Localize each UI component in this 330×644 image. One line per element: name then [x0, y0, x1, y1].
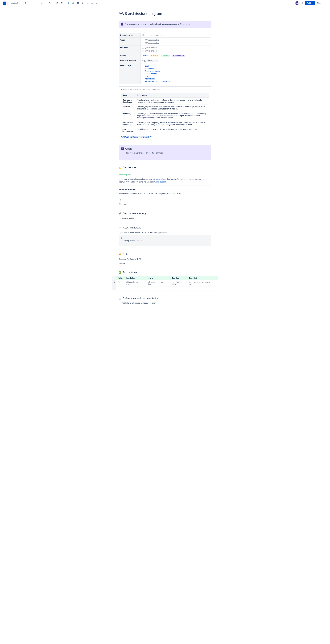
chevron-down-icon: ▾ — [121, 88, 122, 91]
task-checkbox[interactable] — [118, 281, 120, 283]
info-icon: i — [121, 23, 123, 26]
toc-link[interactable]: Deployment strategy — [145, 70, 161, 72]
toc-link[interactable]: Action Items — [145, 78, 155, 80]
insert-button[interactable]: + — [99, 1, 104, 5]
status-approved[interactable]: APPROVED — [161, 54, 170, 57]
action-item-button[interactable]: ☑ — [67, 1, 71, 5]
page-content: AWS architecture diagram i This template… — [116, 6, 214, 324]
toc-link[interactable]: Architecture — [145, 68, 154, 70]
publish-button[interactable]: Publish — [305, 1, 315, 5]
metadata-table: Diagram owner @ mention the owner here T… — [119, 33, 211, 84]
page-title[interactable]: AWS architecture diagram — [119, 12, 211, 16]
meta-label: Team — [119, 38, 141, 46]
goal-item[interactable]: List your goals for these architecture c… — [126, 152, 209, 154]
meta-label: Last date updated — [119, 58, 141, 63]
team-placeholder[interactable]: @ Team member — [145, 42, 159, 44]
italic-button[interactable]: I — [28, 1, 32, 5]
request-changes-button[interactable]: ↺ — [300, 1, 304, 5]
expand-toggle[interactable]: ▾ Pillars of the AWS Well-Architected Fr… — [121, 88, 209, 91]
text-color-button[interactable]: A — [47, 1, 53, 5]
info-text: This template is brought to you by Lucid… — [125, 23, 190, 26]
owner-placeholder[interactable]: @ mention the owner here — [142, 34, 163, 36]
ref-item-empty[interactable] — [122, 305, 211, 307]
table-row[interactable]: 2 — [112, 286, 218, 290]
other-notes[interactable]: Other notes: — [119, 203, 211, 206]
check-icon: ✅ — [119, 271, 121, 274]
flow-heading: Architecture flow — [119, 188, 211, 191]
checkbox[interactable] — [142, 42, 144, 44]
status-draft[interactable]: DRAFT — [142, 54, 148, 57]
sla-section: 🤝SLA Requests Per Second (RPS): Latency: — [119, 253, 211, 264]
bullet-list-button[interactable]: ⁝☰ — [55, 1, 59, 5]
expand-macro: ▾ Pillars of the AWS Well-Architected Fr… — [119, 86, 211, 140]
arch-description[interactable]: Install your favorite diagramming app fr… — [119, 178, 211, 183]
align-button[interactable]: ≡ — [40, 1, 45, 5]
status-production[interactable]: IN PRODUCTION — [172, 54, 185, 57]
info-icon: i — [121, 148, 124, 150]
table-of-contents: Goals Architecture Deployment strategy R… — [142, 65, 210, 82]
goal-item-empty[interactable] — [126, 155, 209, 157]
close-button[interactable]: Close — [316, 1, 322, 5]
status-in-review[interactable]: IN REVIEW — [150, 54, 159, 57]
heading-select[interactable]: Heading 2▾ — [9, 2, 21, 5]
toc-link[interactable]: Goals — [145, 65, 150, 67]
toc-link[interactable]: References and documentation — [145, 80, 170, 82]
checkbox[interactable] — [142, 50, 144, 52]
tabs-icon: 📑 — [119, 297, 121, 300]
more-actions-button[interactable]: ⋯ — [323, 1, 327, 5]
flow-step[interactable] — [122, 196, 211, 198]
toc-link[interactable]: Rest API details — [145, 73, 158, 75]
confluence-logo[interactable] — [3, 2, 6, 5]
handshake-icon: 🤝 — [119, 253, 121, 256]
pdf-link[interactable]: AWS Well Architected Framework PDF — [121, 136, 152, 138]
meta-label: Status — [119, 53, 141, 58]
checkbox[interactable] — [142, 39, 144, 41]
invite-button[interactable]: + — [298, 2, 300, 4]
link-button[interactable]: 🔗 — [71, 1, 75, 5]
layouts-button[interactable]: ◨ — [95, 1, 99, 5]
rest-description[interactable]: Type /code to insert a code snippet, or … — [119, 231, 211, 234]
add-diagram-placeholder[interactable]: <Add diagram> — [119, 174, 211, 176]
more-formatting-button[interactable]: ⋯ — [33, 1, 37, 5]
rocket-icon: 🚀 — [119, 212, 121, 215]
divider — [46, 2, 46, 5]
deploy-region[interactable]: Deployment region: — [119, 217, 211, 220]
checkbox[interactable] — [142, 47, 144, 49]
rest-api-section: ⌨️Rest API details Type /code to insert … — [119, 226, 211, 246]
marketplace-link[interactable]: Marketplace — [156, 178, 166, 180]
sla-latency[interactable]: Latency: — [119, 262, 211, 264]
toc-link[interactable]: SLA — [145, 75, 148, 77]
references-section: 📑References and documentation Add links … — [119, 297, 211, 307]
ref-item[interactable]: Add links to references and documentatio… — [122, 302, 211, 304]
goals-heading: Goals — [125, 147, 132, 150]
deployment-section: 🚀Deployment strategy Deployment region: — [119, 212, 211, 220]
sla-rps[interactable]: Requests Per Second (RPS): — [119, 258, 211, 260]
emoji-button[interactable]: ☺ — [85, 1, 89, 5]
numbered-list-button[interactable]: ☰ — [60, 1, 64, 5]
table-row[interactable]: 1 T Add details to your action @ mention… — [112, 280, 218, 286]
stakeholder-placeholder[interactable]: @ Stakeholder — [145, 47, 157, 49]
pillars-table: NameDescription Operational ExcellenceTh… — [121, 93, 209, 134]
table-button[interactable]: ⊞ — [90, 1, 94, 5]
flow-step[interactable] — [122, 199, 211, 201]
editor-toolbar: Heading 2▾ B I ⋯ ≡ A ⁝☰ ☰ ☑ 🔗 🖼 @ ☺ ⊞ ◨ … — [0, 0, 330, 6]
mention-button[interactable]: @ — [81, 1, 85, 5]
image-button[interactable]: 🖼 — [76, 1, 80, 5]
action-items-section: ✅Action Items Action Description Owner D… — [119, 271, 211, 290]
architecture-section: 📐Architecture <Add diagram> Install your… — [119, 166, 211, 206]
action-items-table: Action Description Owner Due date Jira t… — [112, 276, 218, 290]
ruler-icon: 📐 — [119, 166, 121, 169]
flow-description[interactable]: Add detail about the architecture diagra… — [119, 192, 211, 195]
meta-label: On this page — [119, 63, 141, 84]
divider — [38, 2, 38, 5]
meta-label: Diagram owner — [119, 33, 141, 38]
stakeholder-placeholder[interactable]: @ Stakeholder — [145, 50, 157, 52]
bold-button[interactable]: B — [23, 1, 28, 5]
aws-diagram-link[interactable]: AWS diagram — [155, 181, 166, 183]
code-snippet[interactable]: 1{ 2 "samplecode: string" 3} — [119, 235, 211, 246]
meta-label: Informed — [119, 46, 141, 53]
info-panel: i This template is brought to you by Luc… — [119, 21, 211, 28]
goals-panel: iGoals List your goals for these archite… — [119, 145, 211, 160]
date-lozenge[interactable]: Feb 20, 2020 — [146, 60, 158, 62]
team-placeholder[interactable]: @ Team member — [145, 39, 159, 41]
